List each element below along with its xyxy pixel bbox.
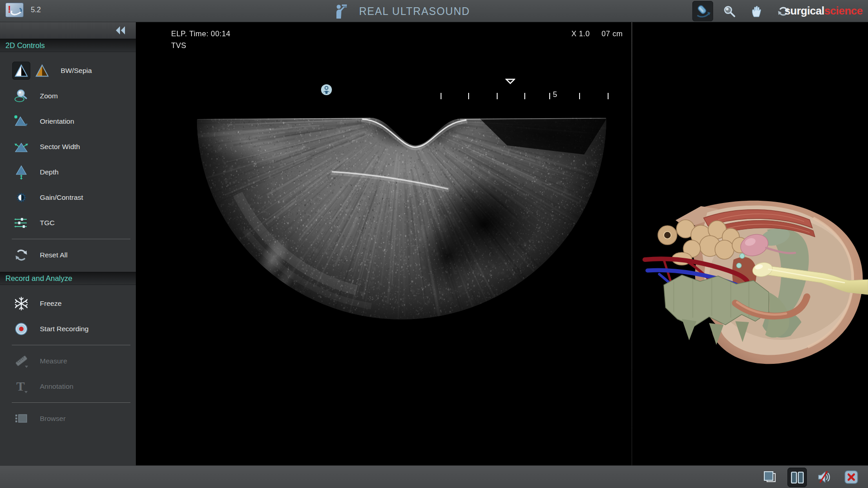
depth-label: 07 cm [602, 29, 623, 38]
ultrasound-viewport[interactable]: ELP. Time: 00:14 TVS X 1.0 07 cm 5 [136, 22, 632, 465]
app-version: 5.2 [31, 6, 41, 14]
sidebar-item-label: Start Recording [40, 325, 89, 333]
sidebar-item-zoom[interactable]: Zoom [0, 85, 136, 107]
close-icon [844, 469, 859, 485]
sector-width-icon [12, 138, 30, 156]
ruler-tick [524, 93, 525, 99]
close-button[interactable] [843, 469, 859, 485]
sidebar-item-label: Freeze [40, 300, 62, 308]
separator [12, 239, 130, 239]
pan-tool-button[interactable] [748, 3, 765, 20]
sidebar-item-freeze[interactable]: Freeze [0, 292, 136, 315]
depth-icon [12, 163, 30, 181]
sidebar-collapse-button[interactable] [114, 24, 128, 36]
2d-controls-items: BW/Sepia Zoom [0, 52, 136, 272]
reset-all-icon [12, 246, 30, 264]
anatomy-3d-view[interactable] [632, 22, 868, 465]
ruler-tick [468, 93, 469, 99]
sepia-triangle-icon [33, 62, 51, 80]
brand-logo: surgicalscience [784, 5, 863, 17]
probe-direction-marker [505, 78, 515, 86]
tgc-sliders-icon [12, 214, 30, 232]
pelvis-3d-model [632, 22, 868, 465]
freeze-snowflake-icon [12, 295, 30, 313]
single-view-icon [762, 469, 777, 485]
sidebar-item-measure: Measure [0, 350, 136, 372]
app-logo-icon: ! [5, 3, 24, 17]
separator [12, 345, 130, 345]
bottom-bar [0, 465, 868, 488]
ruler-tick [497, 93, 498, 99]
application-window: ! 5.2 REAL ULTRASOUND [0, 0, 868, 488]
section-header-2d-controls: 2D Controls [0, 39, 136, 52]
sidebar-item-label: Measure [40, 357, 67, 365]
mute-button[interactable] [816, 469, 832, 485]
sidebar-item-label: Zoom [40, 92, 58, 100]
record-icon [12, 320, 30, 338]
patient-orientation-icon [321, 84, 332, 96]
magnifier-icon [723, 5, 736, 18]
bw-triangle-icon [12, 62, 30, 80]
sidebar-item-label: Gain/Contrast [40, 193, 83, 202]
sidebar-item-label: Browser [40, 415, 66, 423]
top-bar: ! 5.2 REAL ULTRASOUND [0, 0, 868, 22]
sidebar-item-bw-sepia[interactable]: BW/Sepia [0, 59, 136, 82]
section-header-record-analyze: Record and Analyze [0, 272, 136, 285]
sidebar-item-label: Orientation [40, 117, 74, 126]
single-view-button[interactable] [762, 469, 778, 485]
measure-ruler-icon [12, 352, 30, 370]
speaker-muted-icon [816, 469, 832, 485]
gain-contrast-icon [12, 188, 30, 207]
sidebar-item-gain-contrast[interactable]: Gain/Contrast [0, 186, 136, 209]
sidebar-item-label: BW/Sepia [61, 67, 92, 75]
sidebar-item-annotation: T Annotation [0, 375, 136, 398]
control-sidebar: 2D Controls BW/S [0, 22, 136, 465]
double-chevron-left-icon [114, 24, 128, 36]
browser-filmstrip-icon [12, 410, 30, 428]
ruler-tick [549, 93, 550, 99]
zoom-icon [12, 87, 30, 105]
elapsed-time-label: ELP. Time: 00:14 [171, 29, 230, 38]
sidebar-item-sector-width[interactable]: Sector Width [0, 135, 136, 158]
sidebar-item-tgc[interactable]: TGC [0, 212, 136, 234]
sidebar-item-reset-all[interactable]: Reset All [0, 244, 136, 266]
svg-text:T: T [16, 379, 25, 393]
probe-mode-label: TVS [171, 41, 186, 50]
probe-tool-button[interactable] [692, 1, 713, 21]
image-params: X 1.0 07 cm [571, 29, 623, 38]
hand-icon [749, 5, 763, 18]
sidebar-item-orientation[interactable]: Orientation [0, 110, 136, 133]
ruler-tick [579, 93, 580, 99]
sidebar-item-browser: Browser [0, 407, 136, 430]
zoom-factor-label: X 1.0 [571, 29, 590, 38]
ruler-tick [441, 93, 441, 99]
sidebar-item-label: Reset All [40, 251, 67, 259]
ruler-tick [608, 93, 609, 99]
ruler-scale-label: 5 [553, 90, 557, 99]
dual-view-button[interactable] [787, 468, 807, 487]
sidebar-item-label: Sector Width [40, 143, 80, 151]
sidebar-collapse-strip [0, 22, 136, 39]
record-analyze-items: Freeze Start Recording [0, 285, 136, 435]
separator [12, 402, 130, 403]
orientation-icon [12, 112, 30, 130]
examiner-icon [334, 4, 347, 19]
page-title: REAL ULTRASOUND [359, 5, 470, 18]
sidebar-item-label: TGC [40, 219, 55, 227]
sidebar-item-label: Depth [40, 168, 58, 176]
title-area: REAL ULTRASOUND [334, 2, 470, 21]
annotation-text-icon: T [12, 377, 30, 396]
dual-view-icon [790, 470, 805, 485]
zoom-tool-button[interactable] [721, 3, 738, 20]
ultrasound-image [136, 22, 632, 465]
sidebar-item-depth[interactable]: Depth [0, 161, 136, 184]
sidebar-item-label: Annotation [40, 382, 73, 391]
sidebar-item-start-recording[interactable]: Start Recording [0, 318, 136, 340]
probe-tool-icon [695, 4, 710, 19]
